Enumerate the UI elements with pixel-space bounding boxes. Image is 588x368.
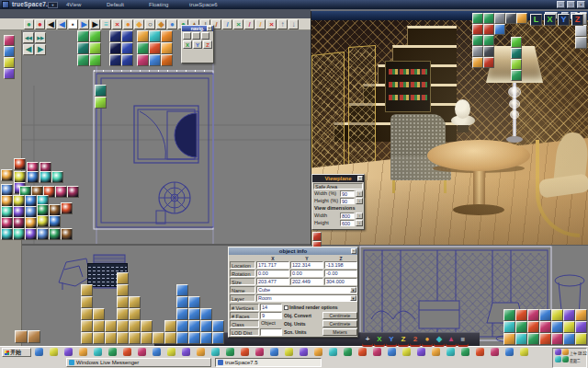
minimize-button[interactable]: –	[557, 1, 565, 8]
close-icon[interactable]: ×	[207, 26, 212, 31]
material-library-icon[interactable]	[67, 186, 79, 198]
render-overlay-tools-icon[interactable]	[505, 13, 516, 24]
view-tools-icon[interactable]	[121, 42, 133, 54]
navigation-tools-extra-icon[interactable]	[95, 97, 107, 109]
quick-launch-icon[interactable]	[94, 348, 102, 356]
render-overlay-tools-icon[interactable]	[483, 46, 494, 57]
view-tools-icon[interactable]	[121, 30, 133, 42]
vcr-controls-icon[interactable]: ▶▶	[35, 32, 46, 43]
model-library-icon[interactable]	[515, 309, 527, 321]
model-library-icon[interactable]	[515, 321, 527, 333]
render-side-tools-icon[interactable]	[511, 48, 522, 59]
main-toolbar-icon[interactable]: ◀	[57, 19, 67, 29]
rotation-y[interactable]: 0.00	[290, 270, 323, 277]
rotation-x[interactable]: 0.00	[256, 270, 289, 277]
left-rail-tools-icon[interactable]	[4, 46, 15, 57]
quick-launch-icon[interactable]	[491, 348, 499, 356]
navigation-tools-icon[interactable]	[89, 42, 101, 54]
axis-y-button[interactable]: Y	[193, 40, 202, 49]
axis-constraint-bar-icon[interactable]: X	[374, 334, 385, 345]
axis-constraint-bar-icon[interactable]: ●	[422, 334, 433, 345]
simulation-tools-icon[interactable]	[188, 320, 200, 332]
animation-tools-icon[interactable]	[117, 296, 129, 308]
checkbox[interactable]	[284, 305, 288, 310]
simulation-tools-icon[interactable]	[176, 296, 188, 308]
primitive-tools-icon[interactable]	[161, 54, 173, 66]
animation-tools-icon[interactable]	[117, 332, 129, 344]
axis-constraint-bar-icon[interactable]: 2	[410, 334, 421, 345]
navigation-panel[interactable]: navig. × X Y Z	[181, 25, 214, 63]
main-toolbar-icon[interactable]: ↑	[277, 19, 288, 29]
quick-launch-icon[interactable]	[388, 348, 396, 356]
quick-launch-icon[interactable]	[417, 348, 425, 356]
quick-launch-icon[interactable]	[211, 348, 220, 356]
material-library-icon[interactable]	[27, 171, 39, 183]
model-library-icon[interactable]	[527, 309, 539, 321]
axis-letter-buttons-icon[interactable]: L	[530, 14, 542, 26]
spinner-icon[interactable]: ↕	[356, 220, 363, 226]
name-combo[interactable]: Cube▼	[256, 286, 357, 293]
render-overlay-tools-icon[interactable]	[472, 35, 483, 46]
navigation-tools-icon[interactable]	[89, 54, 101, 66]
model-library-icon[interactable]	[575, 309, 587, 321]
navigation-tools-icon[interactable]	[77, 42, 89, 54]
animation-tools-icon[interactable]	[105, 332, 117, 344]
simulation-tools-icon[interactable]	[200, 332, 212, 344]
axis-z-button[interactable]: Z	[203, 40, 212, 49]
quick-launch-icon[interactable]	[447, 348, 455, 356]
layout-menu-4view[interactable]: 4View	[66, 2, 81, 7]
nav-mini-tool[interactable]	[201, 32, 209, 40]
axis-constraint-bar-icon[interactable]: Z	[398, 334, 409, 345]
material-library-icon[interactable]	[55, 186, 67, 198]
navigation-tools-icon[interactable]	[77, 30, 89, 42]
view-width-field[interactable]: 800	[340, 213, 355, 219]
render-overlay-tools-icon[interactable]	[483, 35, 494, 46]
spinner-icon[interactable]: ↕	[356, 198, 363, 204]
primitive-tools-icon[interactable]	[161, 42, 173, 54]
task-button-messenger[interactable]: Windows Live Messenger	[66, 358, 211, 367]
tray-icons-icon[interactable]	[562, 349, 569, 355]
quick-launch-icon[interactable]	[167, 348, 175, 356]
quick-launch-icon[interactable]	[226, 348, 234, 356]
navigation-tools-icon[interactable]	[77, 54, 89, 66]
utility-tools-icon[interactable]	[15, 330, 28, 343]
animation-tools-icon[interactable]	[81, 308, 93, 320]
nav-mini-tool[interactable]	[183, 32, 191, 40]
main-toolbar-icon[interactable]: ▶	[90, 19, 100, 29]
object-tools-icon[interactable]	[149, 54, 161, 66]
taskbar-clock[interactable]: 上午 08:32 星期二	[570, 350, 584, 366]
task-button-truespace[interactable]: trueSpace7.5	[215, 358, 322, 367]
animation-tools-icon[interactable]	[81, 284, 93, 296]
simulation-tools-icon[interactable]	[200, 308, 212, 320]
view-tools-icon[interactable]	[109, 54, 121, 66]
layout-menu-default[interactable]: Default	[107, 2, 124, 7]
animation-tools-icon[interactable]	[117, 284, 129, 296]
render-overlay-tools-icon[interactable]	[494, 13, 505, 24]
start-button[interactable]: 开始	[2, 348, 31, 357]
animation-tools-icon[interactable]	[117, 320, 129, 332]
quick-launch-icon[interactable]	[358, 348, 367, 356]
simulation-tools-icon[interactable]	[188, 332, 200, 344]
object-tools-icon[interactable]	[137, 54, 149, 66]
render-side-tools-icon[interactable]	[511, 70, 522, 81]
axis-letter-buttons-icon[interactable]: Z	[571, 14, 583, 26]
quick-launch-icon[interactable]	[270, 348, 278, 356]
left-rail-tools-icon[interactable]	[4, 68, 15, 79]
animation-tools-icon[interactable]	[93, 308, 105, 320]
model-library-icon[interactable]	[503, 321, 515, 333]
maximize-button[interactable]: □	[567, 1, 575, 8]
object-tools-icon[interactable]	[137, 30, 149, 42]
simulation-tools-icon[interactable]	[200, 320, 212, 332]
quick-launch-icon[interactable]	[241, 348, 249, 356]
spinner-icon[interactable]: ↕	[356, 190, 363, 197]
material-library-icon[interactable]	[13, 228, 25, 240]
close-button[interactable]: ×	[577, 1, 585, 8]
animation-tools-icon[interactable]	[129, 296, 141, 308]
primitive-tools-icon[interactable]	[161, 30, 173, 42]
animation-tools-icon[interactable]	[164, 320, 176, 332]
main-toolbar-icon[interactable]: /	[222, 19, 232, 29]
navigation-tools-icon[interactable]	[89, 30, 101, 42]
material-library-icon[interactable]	[1, 169, 13, 181]
axis-constraint-bar-icon[interactable]: ◆	[434, 334, 445, 345]
animation-tools-icon[interactable]	[129, 332, 141, 344]
